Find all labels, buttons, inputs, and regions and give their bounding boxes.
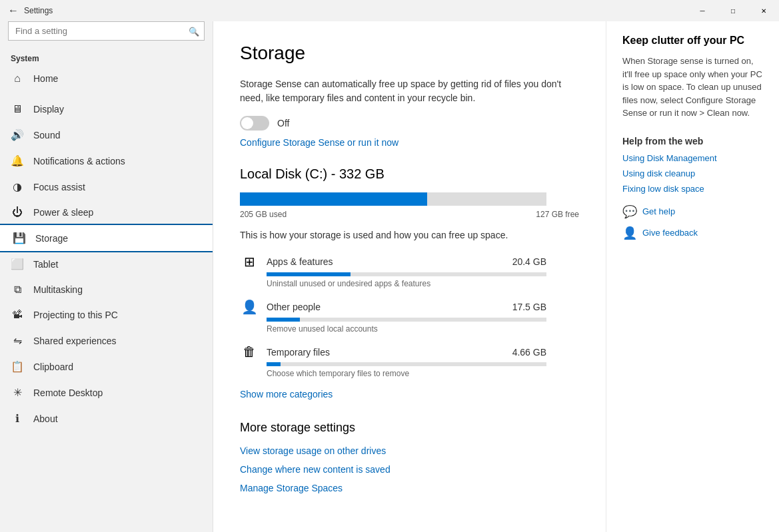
- sidebar-item-projecting[interactable]: 📽 Projecting to this PC: [0, 302, 213, 328]
- system-label: System: [0, 49, 213, 66]
- more-storage-title: More storage settings: [240, 421, 579, 435]
- nav-icon-clipboard: 📋: [11, 360, 24, 373]
- disk-section-title: Local Disk (C:) - 332 GB: [240, 166, 579, 182]
- storage-item-name-2: Temporary files: [267, 347, 504, 358]
- sidebar-item-multitasking[interactable]: ⧉ Multitasking: [0, 277, 213, 302]
- search-icon: 🔍: [189, 26, 199, 36]
- storage-item-0[interactable]: ⊞ Apps & features 20.4 GB Uninstall unus…: [240, 254, 546, 288]
- nav-label-home: Home: [33, 73, 58, 84]
- nav-icon-remote: ✳: [11, 386, 24, 399]
- storage-item-desc-0: Uninstall unused or undesired apps & fea…: [267, 279, 546, 288]
- storage-item-desc-1: Remove unused local accounts: [267, 324, 546, 334]
- app-body: 🔍 System ⌂ Home 🖥 Display 🔊 Sound 🔔 Noti…: [0, 21, 779, 532]
- storage-item-bar-2: [267, 362, 546, 366]
- titlebar-left: ← Settings: [8, 5, 53, 17]
- storage-item-header-1: 👤 Other people 17.5 GB: [240, 299, 546, 315]
- nav-label-sound: Sound: [33, 130, 60, 140]
- storage-item-icon-1: 👤: [240, 299, 259, 315]
- nav-icon-storage: 💾: [13, 232, 26, 244]
- more-storage-link-0[interactable]: View storage usage on other drives: [240, 445, 579, 456]
- storage-item-bar-fill-2: [267, 362, 281, 366]
- get-help-icon: 💬: [622, 204, 637, 219]
- sidebar-item-clipboard[interactable]: 📋 Clipboard: [0, 354, 213, 380]
- get-help-row[interactable]: 💬 Get help: [622, 204, 763, 219]
- sidebar-item-notifications[interactable]: 🔔 Notifications & actions: [0, 148, 213, 174]
- storage-description: This is how your storage is used and how…: [240, 230, 579, 240]
- storage-item-icon-2: 🗑: [240, 344, 259, 360]
- nav-items: ⌂ Home 🖥 Display 🔊 Sound 🔔 Notifications…: [0, 66, 213, 431]
- sidebar-item-focus[interactable]: ◑ Focus assist: [0, 174, 213, 200]
- show-more-categories[interactable]: Show more categories: [240, 389, 333, 399]
- nav-icon-about: ℹ: [11, 412, 24, 425]
- titlebar-controls: ─ □ ✕: [687, 0, 779, 21]
- sidebar-item-home[interactable]: ⌂ Home: [0, 66, 213, 91]
- storage-sense-toggle[interactable]: [240, 116, 269, 131]
- sidebar: 🔍 System ⌂ Home 🖥 Display 🔊 Sound 🔔 Noti…: [0, 21, 213, 532]
- disk-free-label: 127 GB free: [536, 210, 579, 219]
- right-panel: Keep clutter off your PC When Storage se…: [606, 21, 779, 532]
- storage-item-name-1: Other people: [267, 302, 504, 312]
- storage-item-bar-1: [267, 318, 546, 322]
- nav-label-remote: Remote Desktop: [33, 388, 103, 398]
- more-storage-link-1[interactable]: Change where new content is saved: [240, 464, 579, 475]
- sidebar-item-display[interactable]: 🖥 Display: [0, 97, 213, 122]
- storage-item-1[interactable]: 👤 Other people 17.5 GB Remove unused loc…: [240, 299, 546, 334]
- storage-item-size-0: 20.4 GB: [512, 256, 546, 267]
- storage-item-header-0: ⊞ Apps & features 20.4 GB: [240, 254, 546, 270]
- sidebar-item-remote[interactable]: ✳ Remote Desktop: [0, 380, 213, 405]
- nav-label-multitasking: Multitasking: [33, 284, 83, 295]
- nav-icon-tablet: ⬜: [11, 258, 24, 270]
- nav-icon-focus: ◑: [11, 180, 24, 193]
- storage-item-bar-fill-1: [267, 318, 300, 322]
- give-feedback-row[interactable]: 👤 Give feedback: [622, 226, 763, 240]
- search-container: 🔍: [8, 21, 205, 41]
- storage-sense-description: Storage Sense can automatically free up …: [240, 77, 579, 105]
- sidebar-item-sound[interactable]: 🔊 Sound: [0, 122, 213, 148]
- maximize-button[interactable]: □: [718, 0, 748, 21]
- sidebar-item-power[interactable]: ⏻ Power & sleep: [0, 200, 213, 225]
- page-title: Storage: [240, 43, 579, 64]
- storage-item-header-2: 🗑 Temporary files 4.66 GB: [240, 344, 546, 360]
- toggle-knob: [241, 117, 253, 129]
- sidebar-item-tablet[interactable]: ⬜ Tablet: [0, 251, 213, 277]
- close-button[interactable]: ✕: [748, 0, 779, 21]
- help-link-0[interactable]: Using Disk Management: [622, 153, 763, 163]
- right-panel-description: When Storage sense is turned on, it'll f…: [622, 55, 763, 120]
- storage-item-icon-0: ⊞: [240, 254, 259, 270]
- nav-label-about: About: [33, 413, 58, 424]
- right-help-links: Using Disk ManagementUsing disk cleanupF…: [622, 153, 763, 194]
- sidebar-item-storage[interactable]: 💾 Storage: [0, 225, 213, 251]
- storage-item-bar-fill-0: [267, 272, 351, 276]
- storage-item-size-1: 17.5 GB: [512, 302, 546, 312]
- sidebar-item-shared[interactable]: ⇋ Shared experiences: [0, 328, 213, 354]
- storage-item-desc-2: Choose which temporary files to remove: [267, 369, 546, 378]
- disk-bar-used: [240, 192, 427, 206]
- help-section-title: Help from the web: [622, 136, 763, 146]
- minimize-button[interactable]: ─: [687, 0, 718, 21]
- nav-icon-home: ⌂: [11, 73, 24, 85]
- storage-item-2[interactable]: 🗑 Temporary files 4.66 GB Choose which t…: [240, 344, 546, 378]
- disk-bar-labels: 205 GB used 127 GB free: [240, 210, 579, 219]
- search-input[interactable]: [8, 21, 205, 41]
- back-icon[interactable]: ←: [8, 5, 19, 17]
- nav-icon-sound: 🔊: [11, 129, 24, 141]
- more-storage-link-2[interactable]: Manage Storage Spaces: [240, 483, 579, 493]
- nav-label-shared: Shared experiences: [33, 336, 117, 346]
- app-title: Settings: [24, 6, 53, 15]
- nav-label-storage: Storage: [35, 233, 68, 244]
- right-actions: 💬 Get help 👤 Give feedback: [622, 204, 763, 240]
- nav-label-notifications: Notifications & actions: [33, 156, 125, 166]
- disk-bar-container: [240, 192, 546, 206]
- sidebar-item-about[interactable]: ℹ About: [0, 405, 213, 431]
- give-feedback-icon: 👤: [622, 226, 637, 240]
- disk-bar: [240, 192, 546, 206]
- storage-item-name-0: Apps & features: [267, 256, 504, 267]
- nav-icon-multitasking: ⧉: [11, 284, 24, 296]
- give-feedback-link[interactable]: Give feedback: [642, 228, 698, 238]
- get-help-link[interactable]: Get help: [642, 206, 675, 216]
- configure-storage-link[interactable]: Configure Storage Sense or run it now: [240, 137, 398, 148]
- help-link-1[interactable]: Using disk cleanup: [622, 168, 763, 178]
- storage-item-size-2: 4.66 GB: [512, 347, 546, 358]
- help-link-2[interactable]: Fixing low disk space: [622, 184, 763, 194]
- nav-icon-shared: ⇋: [11, 334, 24, 347]
